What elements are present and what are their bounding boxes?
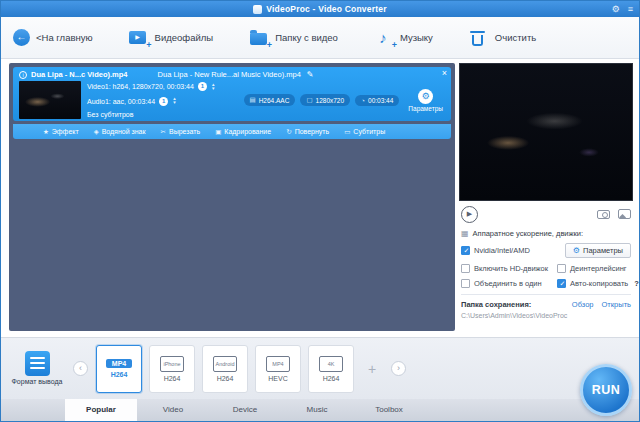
resolution-value: 1280x720: [316, 97, 345, 104]
video-track-label: Video1: h264, 1280x720, 00:03:44: [87, 83, 194, 90]
scroll-left-button[interactable]: ‹: [73, 361, 88, 376]
gear-icon: ⚙: [573, 246, 580, 255]
merge-checkbox[interactable]: Объединить в один: [461, 279, 557, 288]
subtitle-track-row: Без субтитров: [87, 111, 238, 118]
codec-options-button[interactable]: ⚙ Параметры: [408, 89, 443, 112]
tab-music[interactable]: Music: [281, 399, 353, 421]
checkbox-icon[interactable]: [461, 279, 470, 288]
add-video-folder-label: Папку с видео: [275, 32, 338, 43]
video-track-number[interactable]: 1: [198, 82, 207, 91]
deinterlacing-checkbox[interactable]: Деинтерлейсинг: [557, 264, 639, 273]
tab-device[interactable]: Device: [209, 399, 281, 421]
format-codec-label: H264: [217, 375, 234, 382]
hd-engine-checkbox[interactable]: Включить HD-движок: [461, 264, 557, 273]
format-chip-iphone-h264[interactable]: iPhone H264: [149, 345, 195, 393]
audio-track-label: Audio1: aac, 00:03:44: [87, 98, 155, 105]
back-home-button[interactable]: ← <На главную: [13, 29, 93, 46]
info-icon[interactable]: i: [19, 71, 27, 79]
divider: [461, 294, 631, 295]
checkbox-checked-icon[interactable]: [461, 246, 470, 255]
browse-link[interactable]: Обзор: [572, 300, 594, 309]
hw-engine-label: Nvidia/Intel/AMD: [474, 246, 530, 255]
scroll-right-button[interactable]: ›: [391, 361, 406, 376]
folder-icon: [250, 33, 267, 45]
save-path: C:\Users\Admin\Videos\VideoProc: [461, 312, 631, 319]
options-panel: ▦ Аппаратное ускорение, движки: Nvidia/I…: [459, 225, 633, 319]
toolbar: ← <На главную + Видеофайлы + Папку с вид…: [1, 17, 639, 59]
help-icon[interactable]: ?: [634, 279, 639, 288]
format-chip-mp4-hevc[interactable]: MP4 HEVC: [255, 345, 301, 393]
trash-icon: [472, 35, 483, 46]
checkbox-icon[interactable]: [461, 264, 470, 273]
codec-value: H264.AAC: [259, 97, 290, 104]
right-panel: ▶ ▦ Аппаратное ускорение, движки: Nvidia…: [457, 59, 639, 337]
device-screen-icon: 4K: [319, 356, 343, 372]
videoproc-window: VideoProc - Video Converter ⚙ ≡ ← <На гл…: [0, 0, 640, 422]
effect-icon: ★: [43, 128, 49, 136]
play-button[interactable]: ▶: [461, 206, 478, 223]
plus-icon: +: [392, 41, 397, 50]
resolution-icon: ▢: [306, 96, 312, 104]
add-format-button[interactable]: +: [361, 345, 383, 393]
run-button[interactable]: RUN: [580, 364, 632, 416]
output-format-button[interactable]: Формат вывода: [9, 351, 65, 387]
video-track-toggle-icon[interactable]: ▲▼: [211, 83, 215, 91]
subtitle-track-label: Без субтитров: [87, 111, 133, 118]
crop-icon: ▣: [215, 128, 221, 136]
clip-tab-subtitles[interactable]: ▭ Субтитры: [344, 128, 385, 136]
clip-tab-effect[interactable]: ★ Эффект: [43, 128, 79, 136]
rename-pencil-icon[interactable]: ✎: [307, 70, 314, 79]
back-home-label: <На главную: [36, 32, 93, 43]
snapshot-camera-icon[interactable]: [597, 210, 610, 219]
output-format-label: Формат вывода: [11, 378, 63, 387]
main-area: × i Dua Lipa - N...c Video).mp4 Dua Lipa…: [1, 59, 639, 337]
save-folder-label: Папка сохранения:: [461, 300, 531, 309]
clip-card[interactable]: × i Dua Lipa - N...c Video).mp4 Dua Lipa…: [13, 67, 451, 121]
menu-icon[interactable]: ≡: [628, 1, 633, 17]
format-codec-label: H264: [111, 371, 128, 378]
snapshot-gallery-icon[interactable]: [618, 209, 631, 219]
tab-toolbox[interactable]: Toolbox: [353, 399, 425, 421]
settings-gear-icon[interactable]: ⚙: [612, 1, 620, 17]
clip-title-full: Dua Lipa - New Rule...al Music Video).mp…: [158, 70, 301, 79]
checkbox-checked-icon[interactable]: [557, 279, 566, 288]
add-video-files-button[interactable]: + Видеофайлы: [127, 29, 214, 47]
titlebar: VideoProc - Video Converter ⚙ ≡: [1, 1, 639, 17]
watermark-icon: ◈: [94, 128, 99, 136]
scissors-icon: ✂: [161, 128, 166, 136]
video-preview[interactable]: [459, 63, 633, 201]
hw-params-button[interactable]: ⚙ Параметры: [565, 243, 631, 258]
rotate-icon: ↻: [286, 128, 291, 136]
clock-icon: ◔: [361, 97, 365, 104]
chip-icon: ▦: [461, 229, 469, 238]
audio-track-number[interactable]: 1: [159, 97, 168, 106]
duration-chip: ◔ 00:03:44: [355, 95, 399, 106]
auto-copy-checkbox[interactable]: Авто-копировать ?: [557, 279, 639, 288]
clip-thumbnail[interactable]: [19, 81, 81, 119]
hw-params-label: Параметры: [583, 246, 623, 255]
format-codec-label: HEVC: [268, 375, 287, 382]
format-codec-label: H264: [164, 375, 181, 382]
open-link[interactable]: Открыть: [602, 300, 631, 309]
tab-video[interactable]: Video: [137, 399, 209, 421]
clip-tab-watermark[interactable]: ◈ Водяной знак: [94, 128, 146, 136]
format-chip-mp4-h264[interactable]: MP4 H264: [96, 345, 142, 393]
clear-list-button[interactable]: Очистить: [467, 29, 536, 47]
checkbox-icon[interactable]: [557, 264, 566, 273]
clip-tab-crop[interactable]: ▣ Кадрирование: [215, 128, 271, 136]
resolution-chip: ▢ 1280x720: [300, 94, 350, 106]
hw-engine-checkbox[interactable]: Nvidia/Intel/AMD: [461, 246, 530, 255]
plus-icon: +: [146, 41, 151, 50]
add-music-button[interactable]: ♪ + Музыку: [372, 29, 433, 47]
remove-clip-button[interactable]: ×: [442, 68, 447, 78]
clip-tab-cut[interactable]: ✂ Вырезать: [161, 128, 201, 136]
codec-options-label: Параметры: [408, 105, 443, 112]
format-chip-4k-h264[interactable]: 4K H264: [308, 345, 354, 393]
audio-track-toggle-icon[interactable]: ▲▼: [172, 97, 176, 105]
tab-popular[interactable]: Popular: [65, 399, 137, 421]
add-video-folder-button[interactable]: + Папку с видео: [247, 29, 338, 47]
add-video-files-label: Видеофайлы: [155, 32, 214, 43]
plus-icon: +: [267, 41, 272, 50]
format-chip-android-h264[interactable]: Android H264: [202, 345, 248, 393]
clip-tab-rotate[interactable]: ↻ Повернуть: [286, 128, 329, 136]
